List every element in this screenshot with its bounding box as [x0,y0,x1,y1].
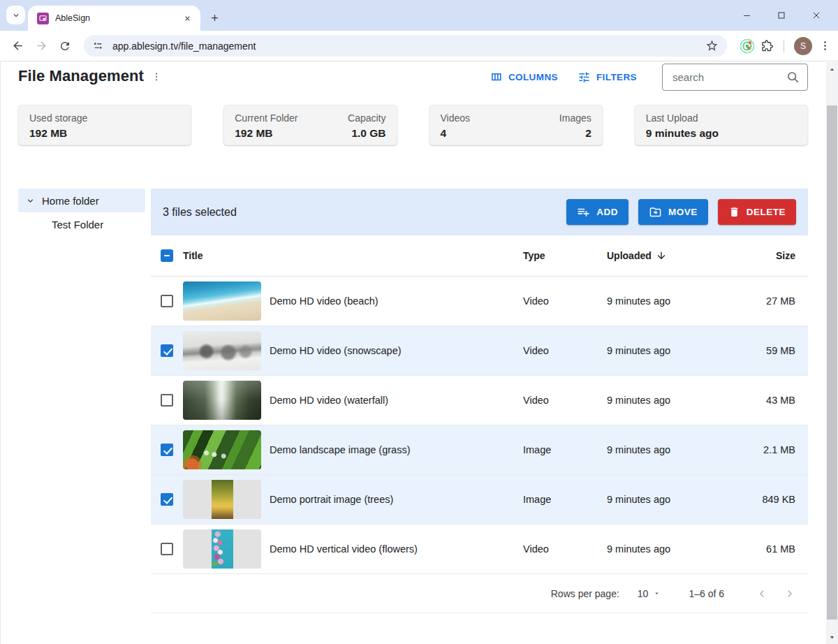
column-header-uploaded[interactable]: Uploaded [607,250,733,261]
browser-tab[interactable]: AbleSign [28,6,200,31]
row-checkbox[interactable] [161,444,173,456]
row-checkbox[interactable] [161,344,173,357]
scrollbar-thumb[interactable] [827,105,837,620]
browser-menu-kebab-icon[interactable] [819,40,831,52]
file-uploaded: 9 minutes ago [607,295,733,307]
file-title[interactable]: Demo landscape image (grass) [270,444,523,455]
table-row[interactable]: Demo HD video (snowscape) Video 9 minute… [151,326,808,376]
file-table-card: 3 files selected ADD MOVE [151,189,808,613]
filters-button-label: FILTERS [596,72,637,82]
row-checkbox[interactable] [161,295,173,307]
delete-button-label: DELETE [747,207,786,217]
profile-avatar[interactable]: S [794,37,812,55]
url-text[interactable]: app.ablesign.tv/file_management [112,41,705,52]
extensions-puzzle-icon[interactable] [760,39,774,52]
scrollbar-up-icon[interactable] [826,64,838,75]
address-bar[interactable]: app.ablesign.tv/file_management [84,35,727,57]
file-type: Video [523,543,607,555]
next-page-icon[interactable] [780,584,800,603]
bookmark-star-icon[interactable] [705,39,719,52]
row-checkbox[interactable] [161,493,173,506]
file-uploaded: 9 minutes ago [607,345,733,356]
toolbar-divider [784,40,784,52]
reload-button[interactable] [53,34,77,58]
tab-close-icon[interactable] [181,12,193,24]
file-thumbnail[interactable] [183,331,261,370]
table-row[interactable]: Demo HD video (waterfall) Video 9 minute… [151,376,808,425]
add-button-label: ADD [596,207,618,217]
test-folder-label: Test Folder [52,219,103,230]
file-table-body: Demo HD video (beach) Video 9 minutes ag… [151,277,808,574]
file-size: 2.1 MB [733,444,795,455]
search-icon[interactable] [786,70,800,85]
used-storage-label: Used storage [29,111,87,125]
chevron-down-icon[interactable] [18,196,42,206]
minimize-button[interactable] [729,0,764,31]
tab-title: AbleSign [55,13,181,23]
rows-per-page-select[interactable]: 10 [638,588,661,599]
row-checkbox[interactable] [161,394,173,407]
previous-page-icon[interactable] [752,584,772,603]
page-scrollbar[interactable] [826,62,838,644]
rows-per-page-label: Rows per page: [551,588,619,599]
table-row[interactable]: Demo HD video (beach) Video 9 minutes ag… [151,277,808,326]
thumbnail-image [183,430,261,469]
filters-button[interactable]: FILTERS [578,71,637,84]
used-storage-value: 192 MB [29,125,87,141]
move-button-label: MOVE [668,207,698,217]
file-thumbnail[interactable] [183,529,261,569]
site-settings-icon[interactable] [92,40,104,52]
file-thumbnail[interactable] [183,480,261,519]
search-box[interactable] [662,64,808,91]
row-checkbox[interactable] [161,543,173,555]
maximize-button[interactable] [764,0,799,31]
file-title[interactable]: Demo HD video (beach) [270,295,523,307]
file-size: 59 MB [733,345,795,356]
close-window-button[interactable] [799,0,834,31]
chevron-down-icon [11,10,21,20]
tab-search-button[interactable] [6,6,25,24]
column-header-type[interactable]: Type [523,250,607,261]
table-row[interactable]: Demo landscape image (grass) Image 9 min… [151,425,808,475]
new-tab-button[interactable] [205,8,224,27]
search-input[interactable] [672,71,786,83]
pagination-range-label: 1–6 of 6 [689,588,724,599]
thumbnail-image [212,480,233,519]
columns-button[interactable]: COLUMNS [490,71,558,84]
file-title[interactable]: Demo HD video (snowscape) [270,345,523,356]
back-button[interactable] [6,34,29,58]
stat-card-last-upload: Last Upload 9 minutes ago [635,105,808,145]
table-row[interactable]: Demo portrait image (trees) Image 9 minu… [151,475,808,525]
capacity-label: Capacity [348,111,385,125]
capacity-value: 1.0 GB [348,125,385,141]
scrollbar-down-icon[interactable] [826,631,838,643]
file-thumbnail[interactable] [183,430,261,469]
selection-count-label: 3 files selected [163,206,237,219]
file-uploaded: 9 minutes ago [607,395,733,406]
extension-green-icon[interactable] [740,38,755,54]
stat-card-current-folder: Current Folder 192 MB Capacity 1.0 GB [223,105,397,145]
file-type: Image [523,494,607,505]
file-title[interactable]: Demo HD vertical video (flowers) [270,543,523,555]
select-all-checkbox[interactable] [161,249,173,262]
table-header-row: Title Type Uploaded Size [151,235,808,277]
page-menu-kebab-icon[interactable] [151,71,162,82]
folder-move-icon [649,205,662,219]
file-title[interactable]: Demo HD video (waterfall) [270,395,523,406]
column-header-size[interactable]: Size [733,250,795,261]
add-button[interactable]: ADD [566,199,628,225]
sidebar-item-home-folder[interactable]: Home folder [18,189,145,212]
file-thumbnail[interactable] [183,281,261,321]
last-upload-label: Last Upload [646,111,719,125]
file-thumbnail[interactable] [183,381,261,420]
playlist-add-icon [577,205,590,219]
ablesign-favicon-icon [37,13,49,24]
move-button[interactable]: MOVE [638,199,708,225]
table-row[interactable]: Demo HD vertical video (flowers) Video 9… [151,525,808,574]
sidebar-item-test-folder[interactable]: Test Folder [18,212,145,236]
file-title[interactable]: Demo portrait image (trees) [270,494,523,505]
forward-button[interactable] [29,34,53,58]
delete-button[interactable]: DELETE [718,199,796,225]
column-header-title[interactable]: Title [183,250,523,261]
uploaded-header-label: Uploaded [607,250,652,261]
